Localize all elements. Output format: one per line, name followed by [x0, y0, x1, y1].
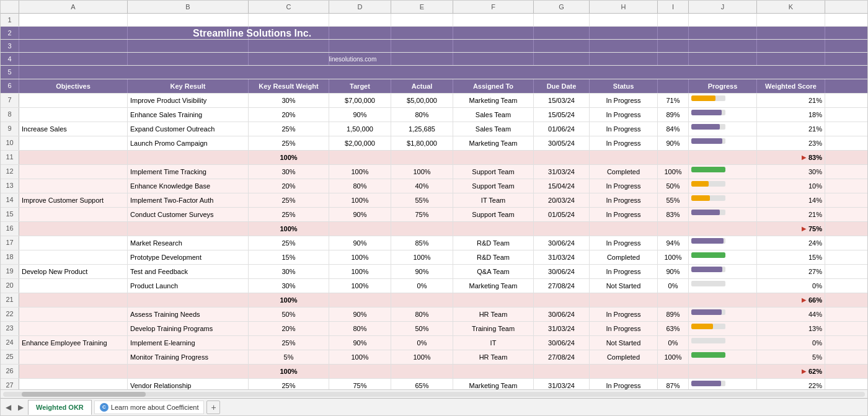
tab-coefficient[interactable]: C Learn more about Coefficient [94, 401, 205, 414]
data-row-17: 17 Market Research 25% 90% 85% R&D Team … [1, 236, 867, 250]
row-5-section-title: 5 Weighted OKR [1, 66, 867, 79]
scroll-thumb[interactable] [22, 392, 146, 397]
data-row-13: 13 Enhance Knowledge Base 20% 80% 40% Su… [1, 179, 867, 193]
col-letter-J: J [689, 1, 757, 13]
data-row-18: 18 Prototype Development 15% 100% 100% R… [1, 250, 867, 265]
data-row-15: 15 Conduct Customer Surveys 25% 90% 75% … [1, 208, 867, 222]
data-row-8: 8 Enhance Sales Training 20% 90% 80% Sal… [1, 108, 867, 122]
col-letter-D: D [329, 1, 391, 13]
nav-arrow-left[interactable]: ◀ [3, 402, 13, 412]
data-row-22: 22 Assess Training Needs 50% 90% 80% HR … [1, 308, 867, 322]
data-row-7: 7 Improve Product Visibility 30% $7,00,0… [1, 94, 867, 108]
spreadsheet: A B C D E F G H I J K 1 2 [0, 0, 868, 416]
sheet-body: 1 2 Streamline Solutions Inc. [1, 14, 867, 389]
data-row-19: 19 Develop New Product Test and Feedback… [1, 265, 867, 279]
col-letter-G: G [534, 1, 590, 13]
data-row-26: 26 100% ▶ 62% [1, 365, 867, 379]
col-letter-B: B [128, 1, 249, 13]
tab-weighted-okr[interactable]: Weighted OKR [28, 400, 92, 415]
data-row-24: 24 Enhance Employee Training Implement E… [1, 336, 867, 350]
data-row-21: 21 100% ▶ 66% [1, 293, 867, 308]
company-title: Streamline Solutions Inc. [329, 27, 391, 39]
data-row-14: 14 Improve Customer Support Implement Tw… [1, 193, 867, 208]
row-6-col-headers: 6 Objectives Key Result Key Result Weigh… [1, 79, 867, 94]
data-row-25: 25 Monitor Training Progress 5% 100% 100… [1, 350, 867, 365]
row-num-header [1, 1, 19, 13]
nav-arrow-right[interactable]: ▶ [16, 402, 25, 412]
col-letter-H: H [590, 1, 658, 13]
add-sheet-button[interactable]: + [206, 401, 220, 414]
data-row-10: 10 Launch Promo Campaign 25% $2,00,000 $… [1, 136, 867, 151]
scrollbar[interactable] [1, 389, 867, 398]
col-letter-headers: A B C D E F G H I J K [1, 1, 867, 14]
data-row-20: 20 Product Launch 30% 100% 0% Marketing … [1, 279, 867, 293]
row-4: 4 Contact No. (555) 555-5555 | Email: in… [1, 53, 867, 66]
col-letter-K: K [757, 1, 825, 13]
col-letter-A: A [19, 1, 128, 13]
data-row-16: 16 100% ▶ 75% [1, 222, 867, 236]
data-row-11: 11 100% ▶ 83% [1, 151, 867, 165]
scroll-track[interactable] [3, 392, 865, 397]
data-rows: 7 Improve Product Visibility 30% $7,00,0… [1, 94, 867, 389]
data-row-12: 12 Implement Time Tracking 30% 100% 100%… [1, 165, 867, 179]
col-letter-C: C [249, 1, 329, 13]
coefficient-icon: C [100, 403, 108, 412]
data-row-23: 23 Develop Training Programs 20% 80% 50%… [1, 322, 867, 336]
data-row-27: 27 Vendor Relationship 25% 75% 65% Marke… [1, 379, 867, 389]
col-letter-F: F [453, 1, 534, 13]
tab-bar: ◀ ▶ Weighted OKR C Learn more about Coef… [1, 398, 867, 415]
col-letter-I: I [658, 1, 689, 13]
data-row-9: 9 Increase Sales Expand Customer Outreac… [1, 122, 867, 136]
col-letter-E: E [391, 1, 453, 13]
row-2-title: 2 Streamline Solutions Inc. [1, 27, 867, 40]
row-3: 3 123 Tech Avenue Cityville, ST 54321 Co… [1, 40, 867, 53]
row-1: 1 [1, 14, 867, 27]
